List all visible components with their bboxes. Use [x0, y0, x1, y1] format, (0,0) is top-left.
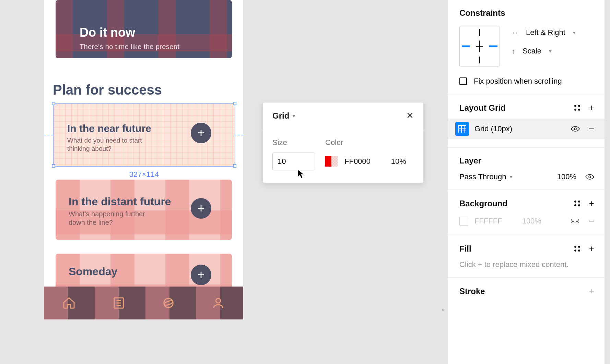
size-input[interactable]: 10 [272, 153, 315, 170]
scroll-caret-icon: ▴ [442, 307, 448, 311]
constraint-visualizer[interactable]: ┼ [459, 26, 500, 66]
remove-background-button[interactable]: − [589, 216, 594, 227]
popover-body: Size 10 Color FF0000 10% [263, 129, 423, 180]
add-button[interactable]: + [191, 198, 211, 219]
constraint-right-indicator [489, 46, 497, 47]
fix-position-label: Fix position when scrolling [474, 77, 562, 86]
color-swatch[interactable] [325, 156, 338, 167]
svg-line-11 [578, 221, 578, 223]
fill-heading: Fill [459, 244, 471, 254]
layout-grid-heading: Layout Grid [459, 103, 506, 113]
card-title: Someday [69, 265, 117, 278]
layer-section: Layer Pass Through ▾ 100% [448, 148, 605, 190]
color-label: Color [325, 138, 406, 147]
hero-subtitle: There's no time like the present [80, 43, 179, 51]
canvas-frame[interactable]: Do it now There's no time like the prese… [44, 0, 243, 319]
vertical-arrows-icon: ↕ [512, 47, 515, 55]
layer-opacity-input[interactable]: 100% [557, 172, 576, 181]
visibility-toggle[interactable] [571, 126, 580, 132]
grid-settings-popover: Grid ▾ ✕ Size 10 Color FF0000 10% [262, 102, 424, 183]
checkbox-icon [459, 77, 467, 85]
styles-button[interactable] [574, 246, 580, 252]
stroke-heading: Stroke [459, 287, 485, 296]
constraint-tick-top [479, 29, 480, 36]
constraints-heading: Constraints [459, 8, 594, 18]
background-opacity[interactable]: 100% [522, 217, 541, 226]
chevron-down-icon: ▾ [293, 113, 295, 119]
chevron-down-icon: ▾ [510, 174, 512, 180]
color-opacity-input[interactable]: 10% [391, 157, 406, 166]
background-swatch[interactable] [459, 217, 468, 226]
list-icon[interactable] [112, 296, 126, 310]
card-subtitle: What do you need to start thinking about… [67, 136, 153, 153]
fill-section: Fill + Click + to replace mixed content. [448, 235, 605, 278]
constraint-center-icon: ┼ [476, 41, 483, 52]
hero-card: Do it now There's no time like the prese… [56, 0, 232, 58]
plus-icon: + [197, 126, 204, 140]
inspector-panel: Constraints ┼ ↔ Left & Right ▾ ↕ Scale ▾ [447, 0, 605, 364]
blend-mode-select[interactable]: Pass Through ▾ [459, 172, 512, 181]
constraints-section: Constraints ┼ ↔ Left & Right ▾ ↕ Scale ▾ [448, 0, 605, 94]
selection-dimensions: 327×114 [53, 170, 235, 179]
chevron-down-icon: ▾ [549, 48, 551, 54]
card-title: In the near future [67, 123, 151, 134]
hero-title: Do it now [80, 25, 135, 40]
background-heading: Background [459, 199, 507, 208]
svg-line-9 [572, 221, 572, 223]
user-icon[interactable] [211, 296, 225, 310]
card-distant-future[interactable]: In the distant future What's happening f… [56, 180, 232, 240]
card-subtitle: What's happening further down the line? [69, 210, 158, 227]
styles-button[interactable] [574, 105, 580, 111]
grid-item-row[interactable]: Grid (10px) − [448, 119, 605, 139]
home-icon[interactable] [62, 296, 76, 310]
size-value: 10 [278, 157, 286, 166]
svg-point-7 [574, 128, 576, 130]
horizontal-arrows-icon: ↔ [512, 29, 518, 37]
layer-heading: Layer [459, 156, 594, 166]
close-button[interactable]: ✕ [406, 110, 414, 121]
layout-grid-section: Layout Grid + Grid (10px) − [448, 94, 605, 148]
constraint-vertical-value: Scale [523, 47, 541, 56]
grid-item-label: Grid (10px) [474, 124, 512, 133]
fill-placeholder-text: Click + to replace mixed content. [459, 260, 594, 269]
fix-position-checkbox[interactable]: Fix position when scrolling [459, 77, 594, 86]
svg-point-8 [589, 176, 591, 178]
card-title: In the distant future [69, 195, 171, 208]
blend-mode-value: Pass Through [459, 172, 506, 181]
size-label: Size [272, 138, 315, 147]
close-icon: ✕ [406, 110, 414, 121]
popover-header: Grid ▾ ✕ [263, 102, 423, 129]
constraint-tick-bottom [479, 57, 480, 63]
grid-type-select[interactable]: Grid ▾ [272, 111, 295, 121]
background-hex[interactable]: FFFFFF [474, 217, 502, 226]
popover-title-text: Grid [272, 111, 289, 121]
add-fill-button[interactable]: + [589, 243, 594, 254]
plus-icon: + [197, 268, 204, 282]
add-background-button[interactable]: + [589, 198, 594, 209]
bottom-nav [44, 287, 243, 319]
section-heading: Plan for success [53, 82, 162, 98]
constraint-vertical-select[interactable]: ↕ Scale ▾ [512, 47, 575, 56]
add-grid-button[interactable]: + [589, 102, 594, 113]
background-section: Background + FFFFFF 100% − [448, 190, 605, 235]
stroke-section: Stroke + [448, 278, 605, 305]
visibility-toggle[interactable] [585, 174, 594, 180]
constraint-left-indicator [462, 46, 470, 47]
constraint-horizontal-select[interactable]: ↔ Left & Right ▾ [512, 28, 575, 37]
card-near-future[interactable]: In the near future What do you need to s… [53, 103, 235, 167]
constraint-horizontal-value: Left & Right [526, 28, 565, 37]
add-button[interactable]: + [191, 265, 211, 285]
svg-point-6 [216, 299, 221, 303]
remove-grid-button[interactable]: − [589, 123, 594, 134]
add-stroke-button[interactable]: + [589, 286, 594, 296]
chevron-down-icon: ▾ [573, 30, 575, 35]
plus-icon: + [197, 201, 204, 216]
visibility-hidden-icon[interactable] [570, 218, 580, 224]
grid-icon[interactable] [455, 122, 469, 136]
styles-button[interactable] [574, 201, 580, 206]
add-button[interactable]: + [191, 123, 211, 143]
globe-icon[interactable] [162, 296, 175, 310]
color-hex-input[interactable]: FF0000 [344, 157, 371, 166]
